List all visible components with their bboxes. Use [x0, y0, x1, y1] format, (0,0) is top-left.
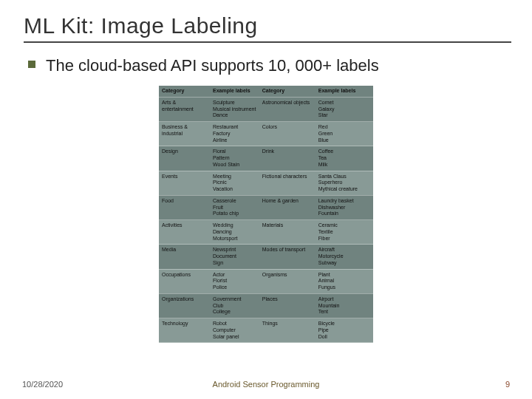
page-title: ML Kit: Image Labeling [24, 13, 508, 38]
bullet-row: The cloud-based API supports 10, 000+ la… [28, 56, 508, 75]
category-cell: Modes of transport [259, 245, 316, 269]
title-underline [24, 41, 511, 43]
category-cell: Technology [159, 318, 210, 343]
table-row: OrganizationsGovernment Club CollegePlac… [159, 293, 373, 318]
col-category-1: Category [159, 86, 210, 97]
examples-cell: Airport Mountain Tent [316, 293, 373, 318]
footer-center: Android Sensor Programming [0, 380, 532, 389]
table-row: Arts & entertainmentSculpture Musical in… [159, 97, 373, 121]
examples-cell: Sculpture Musical instrument Dance [210, 97, 259, 121]
examples-cell: Wedding Dancing Motorsport [210, 220, 259, 245]
table-row: DesignFloral Pattern Wood StainDrinkCoff… [159, 146, 373, 171]
examples-cell: Meeting Picnic Vacation [210, 171, 259, 195]
category-cell: Home & garden [259, 195, 316, 219]
examples-cell: Government Club College [210, 293, 259, 318]
category-cell: Places [259, 293, 316, 318]
bullet-text: The cloud-based API supports 10, 000+ la… [46, 56, 379, 75]
slide: ML Kit: Image Labeling The cloud-based A… [0, 0, 532, 399]
examples-cell: Coffee Tea Milk [316, 146, 373, 171]
category-cell: Drink [259, 146, 316, 171]
category-cell: Events [159, 171, 210, 195]
table-header-row: Category Example labels Category Example… [159, 86, 373, 97]
col-examples-1: Example labels [210, 86, 259, 97]
examples-cell: Restaurant Factory Airline [210, 122, 259, 146]
examples-cell: Aircraft Motorcycle Subway [316, 245, 373, 269]
category-cell: Arts & entertainment [159, 97, 210, 121]
examples-cell: Ceramic Textile Fiber [316, 220, 373, 245]
category-cell: Occupations [159, 269, 210, 293]
col-category-2: Category [259, 86, 316, 97]
category-cell: Organisms [259, 269, 316, 293]
examples-cell: Santa Claus Superhero Mythical creature [316, 171, 373, 195]
table-wrap: Category Example labels Category Example… [24, 86, 508, 343]
category-cell: Activities [159, 220, 210, 245]
footer: Android Sensor Programming 10/28/2020 9 [0, 380, 532, 389]
examples-cell: Casserole Fruit Potato chip [210, 195, 259, 219]
category-cell: Food [159, 195, 210, 219]
examples-cell: Plant Animal Fungus [316, 269, 373, 293]
category-cell: Business & industrial [159, 122, 210, 146]
examples-cell: Newsprint Document Sign [210, 245, 259, 269]
table-row: TechnologyRobot Computer Solar panelThin… [159, 318, 373, 343]
examples-cell: Laundry basket Dishwasher Fountain [316, 195, 373, 219]
table-row: OccupationsActor Florist PoliceOrganisms… [159, 269, 373, 293]
examples-cell: Comet Galaxy Star [316, 97, 373, 121]
examples-cell: Actor Florist Police [210, 269, 259, 293]
examples-cell: Robot Computer Solar panel [210, 318, 259, 343]
table-row: FoodCasserole Fruit Potato chipHome & ga… [159, 195, 373, 219]
examples-cell: Red Green Blue [316, 122, 373, 146]
category-cell: Things [259, 318, 316, 343]
category-cell: Media [159, 245, 210, 269]
table-row: ActivitiesWedding Dancing MotorsportMate… [159, 220, 373, 245]
category-cell: Astronomical objects [259, 97, 316, 121]
col-examples-2: Example labels [316, 86, 373, 97]
category-cell: Materials [259, 220, 316, 245]
table-row: EventsMeeting Picnic VacationFictional c… [159, 171, 373, 195]
table-row: Business & industrialRestaurant Factory … [159, 122, 373, 146]
examples-cell: Floral Pattern Wood Stain [210, 146, 259, 171]
labels-table: Category Example labels Category Example… [159, 86, 373, 343]
table-row: MediaNewsprint Document SignModes of tra… [159, 245, 373, 269]
square-bullet-icon [28, 61, 35, 68]
category-cell: Colors [259, 122, 316, 146]
category-cell: Design [159, 146, 210, 171]
category-cell: Fictional characters [259, 171, 316, 195]
category-cell: Organizations [159, 293, 210, 318]
examples-cell: Bicycle Pipe Doll [316, 318, 373, 343]
